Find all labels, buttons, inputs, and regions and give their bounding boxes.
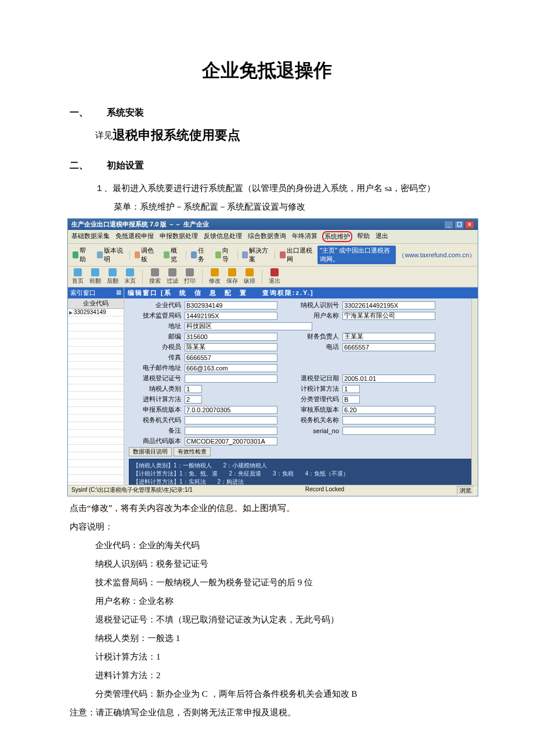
- field-class-code[interactable]: [342, 395, 360, 404]
- lbl-fax: 传真: [129, 353, 181, 362]
- help-icon: [73, 251, 78, 258]
- index-row[interactable]: 3302934149: [68, 309, 124, 316]
- index-pane-title: 索引窗口: [70, 289, 96, 297]
- field-company-code[interactable]: [185, 301, 277, 309]
- nav-last-button[interactable]: 末页: [122, 268, 138, 286]
- app-window: 生产企业出口退税申报系统 7.0 版 －－ 生产企业 _ ☐ × 基础数据采集 …: [67, 218, 478, 496]
- bullet-8: 进料计算方法：2: [70, 667, 464, 683]
- validity-check-button[interactable]: 有效性检查: [174, 447, 211, 456]
- status-lock: Record Locked: [305, 486, 344, 495]
- statusbar: Sysinf (C:\出口退税电子化管理系统\生)记录:1/1 Record L…: [68, 485, 478, 496]
- field-goods-ver[interactable]: [185, 437, 277, 445]
- field-fin-person[interactable]: [342, 333, 435, 341]
- note-1: 【纳税人类别】1：一般纳税人 2：小规模纳税人: [133, 462, 469, 470]
- data-desc-button[interactable]: 数据项目说明: [129, 447, 172, 456]
- filter-button[interactable]: 过滤: [165, 268, 180, 286]
- lbl-agency-code: 税务机关代码: [129, 416, 181, 424]
- s2-p1: １、最初进入系统要进行进行系统配置（以管理员的身份进入系统，用户名 sa，密码空…: [70, 180, 464, 196]
- field-user-name[interactable]: [342, 312, 435, 320]
- nav-prev-button[interactable]: 前翻: [88, 268, 103, 286]
- index-pane-close-icon[interactable]: ⊠: [116, 289, 121, 297]
- lbl-tech-code: 技术监督局码: [129, 311, 181, 320]
- field-import-calc[interactable]: [185, 395, 202, 404]
- menu-exit[interactable]: 退出: [374, 231, 389, 242]
- bullet-2: 纳税人识别码：税务登记证号: [70, 556, 464, 572]
- window-min-button[interactable]: _: [444, 221, 453, 229]
- save-button[interactable]: 保存: [225, 268, 240, 286]
- sort-button[interactable]: 纵排: [242, 268, 257, 286]
- vertical-scrollbar[interactable]: [471, 298, 478, 485]
- solution-icon: [242, 251, 248, 258]
- menu-composite[interactable]: 综合数据查询: [247, 231, 287, 242]
- field-zip[interactable]: [185, 333, 277, 341]
- tb-export-site-button[interactable]: 出口退税网: [277, 245, 315, 265]
- tb-wizard-button[interactable]: 向导: [213, 245, 235, 265]
- tb-help-button[interactable]: 帮助: [70, 245, 92, 265]
- note-3: 【进料计算方法】1：实耗法 2：购进法: [133, 478, 469, 485]
- field-agency-name[interactable]: [342, 416, 435, 424]
- print-button[interactable]: 打印: [182, 268, 197, 286]
- nav-first-icon: [74, 268, 82, 276]
- field-taxpayer-cat[interactable]: [185, 385, 202, 393]
- lbl-taxpayer-id: 纳税人识别号: [281, 301, 339, 309]
- tb-overview-button[interactable]: 概览: [161, 245, 183, 265]
- menu-feedback[interactable]: 反馈信息处理: [203, 231, 243, 242]
- nav-next-button[interactable]: 后翻: [105, 268, 120, 286]
- menubar: 基础数据采集 免抵退税申报 申报数据处理 反馈信息处理 综合数据查询 年终清算 …: [68, 230, 478, 244]
- window-max-button[interactable]: ☐: [454, 221, 464, 229]
- note-2: 【计税计算方法】1：免、抵、退 2：先征后退 3：免税 4：免抵（不退）: [133, 470, 469, 478]
- menu-system-maint[interactable]: 系统维护: [322, 231, 352, 242]
- search-button[interactable]: 搜索: [147, 268, 163, 286]
- info-icon: [97, 251, 103, 258]
- field-email[interactable]: [185, 364, 277, 372]
- index-pane: 索引窗口⊠ 企业代码 3302934149: [68, 287, 124, 485]
- field-address[interactable]: [185, 322, 312, 330]
- menu-yearend[interactable]: 年终清算: [291, 231, 319, 242]
- tb-solution-button[interactable]: 解决方案: [240, 245, 272, 265]
- lbl-address: 地址: [129, 322, 181, 330]
- menu-mdt-declare[interactable]: 免抵退税申报: [114, 231, 155, 242]
- lbl-user-name: 用户名称: [281, 311, 339, 320]
- exit-button[interactable]: 退出: [267, 268, 282, 286]
- status-mode: 浏览: [457, 486, 474, 495]
- field-tech-code[interactable]: [185, 312, 277, 320]
- section-2-head: 二、 初始设置: [70, 160, 464, 172]
- nav-next-icon: [109, 268, 117, 276]
- tb-palette-button[interactable]: 调色板: [132, 245, 160, 265]
- field-sys-ver[interactable]: [185, 406, 277, 414]
- field-remark[interactable]: [185, 427, 277, 435]
- menu-help[interactable]: 帮助: [356, 231, 371, 242]
- section-1-para: 详见退税申报系统使用要点: [70, 127, 464, 143]
- toolbar-primary: 帮助 版本说明 调色板 概览 任务 向导 解决方案 出口退税网 "主页" 或中国…: [68, 244, 478, 267]
- tb-url-text: （www.taxrefund.com.cn）: [398, 251, 475, 260]
- filter-icon: [168, 268, 176, 276]
- tb-task-button[interactable]: 任务: [189, 245, 211, 265]
- field-fax[interactable]: [185, 354, 277, 362]
- field-refund-reg-no[interactable]: [185, 375, 277, 383]
- bullet-4: 用户名称：企业名称: [70, 593, 464, 609]
- field-agency-code[interactable]: [185, 416, 277, 424]
- field-phone[interactable]: [342, 343, 435, 351]
- menu-declare-proc[interactable]: 申报数据处理: [158, 231, 199, 242]
- tb-homepage-link[interactable]: "主页" 或中国出口退税咨询网。: [317, 246, 396, 264]
- edit-pane-title: 编辑窗口 [系 统 信 息 配 置 查询权限:z.Y.]: [124, 287, 478, 298]
- field-audit-ver[interactable]: [342, 406, 435, 414]
- index-grid[interactable]: 3302934149: [68, 309, 124, 485]
- nav-first-button[interactable]: 首页: [70, 268, 85, 286]
- tb-version-button[interactable]: 版本说明: [95, 245, 127, 265]
- field-refund-reg-date[interactable]: [342, 375, 435, 383]
- bullet-5: 退税登记证号：不填（现已取消登记证改为认定表，无此号码）: [70, 611, 464, 628]
- s2-p2: 菜单：系统维护－系统配置－系统配置设置与修改: [70, 199, 464, 215]
- lbl-class-code: 分类管理代码: [281, 395, 339, 404]
- lbl-fin-person: 财务负责人: [281, 332, 339, 341]
- menu-basic-data[interactable]: 基础数据采集: [70, 231, 111, 242]
- edit-button[interactable]: 修改: [207, 268, 222, 286]
- lbl-import-calc: 进料计算方法: [129, 395, 181, 404]
- field-serial[interactable]: [342, 427, 435, 435]
- field-tax-calc[interactable]: [342, 385, 360, 393]
- field-operator[interactable]: [185, 343, 277, 351]
- lbl-email: 电子邮件地址: [129, 363, 181, 372]
- field-taxpayer-id[interactable]: [342, 301, 435, 309]
- window-close-button[interactable]: ×: [465, 221, 474, 229]
- sort-icon: [246, 268, 254, 276]
